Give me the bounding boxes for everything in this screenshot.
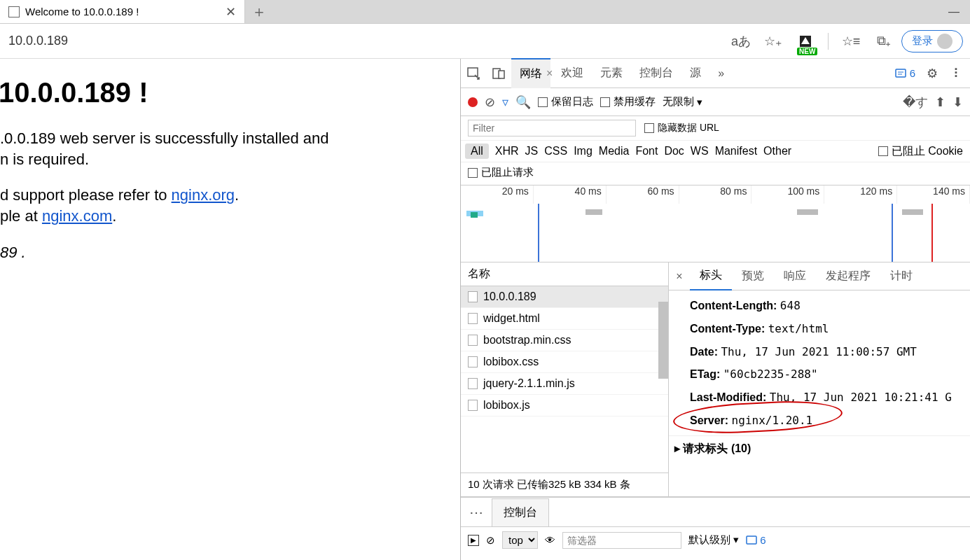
clear-console-icon[interactable]: ⊘ [486, 534, 495, 547]
filter-type-all[interactable]: All [465, 144, 489, 159]
tab-welcome[interactable]: 欢迎 [553, 59, 592, 88]
filter-type[interactable]: WS [691, 145, 709, 158]
filter-row: 隐藏数据 URL [461, 116, 970, 141]
request-row[interactable]: bootstrap.min.css [461, 330, 668, 351]
request-row[interactable]: lobibox.css [461, 351, 668, 373]
play-icon[interactable]: ▶ [468, 535, 479, 546]
nginx-org-link[interactable]: nginx.org [172, 186, 235, 204]
login-label: 登录 [912, 34, 933, 48]
window-controls: ― [938, 0, 970, 23]
avatar-icon [937, 34, 952, 49]
record-icon[interactable] [468, 97, 478, 107]
tab-network[interactable]: 网络 [511, 58, 550, 88]
clear-icon[interactable]: ⊘ [485, 94, 495, 110]
request-row[interactable]: 10.0.0.189 [461, 286, 668, 308]
favorites-list-icon[interactable]: ☆≡ [837, 29, 865, 54]
filter-type[interactable]: Doc [664, 145, 684, 158]
hide-data-url-checkbox[interactable]: 隐藏数据 URL [644, 122, 719, 134]
inspect-icon[interactable] [461, 66, 486, 80]
login-button[interactable]: 登录 [901, 30, 963, 52]
tab-sources[interactable]: 源 [681, 59, 709, 88]
blocked-request-row: 已阻止请求 [461, 162, 970, 186]
eye-icon[interactable]: 👁 [545, 534, 555, 546]
close-tab-icon[interactable]: ✕ [226, 4, 236, 20]
file-icon [468, 313, 478, 324]
file-icon [468, 356, 478, 368]
preserve-log-checkbox[interactable]: 保留日志 [538, 95, 593, 108]
filter-input[interactable] [468, 120, 636, 136]
upload-icon[interactable]: ⬆ [935, 94, 945, 110]
close-detail-icon[interactable]: × [669, 270, 690, 283]
device-icon[interactable] [486, 66, 511, 80]
filter-type[interactable]: Other [763, 145, 791, 158]
filter-type[interactable]: Manifest [715, 145, 757, 158]
request-row[interactable]: widget.html [461, 308, 668, 330]
url-input[interactable]: 10.0.0.189 [7, 34, 723, 48]
filter-type[interactable]: JS [525, 145, 539, 158]
waterfall-labels: 20 ms40 ms60 ms80 ms100 ms120 ms140 ms [461, 186, 970, 204]
favorite-icon[interactable]: ☆₊ [759, 29, 787, 54]
request-headers-toggle[interactable]: ▸ 请求标头 (10) [669, 435, 970, 461]
filter-type[interactable]: Font [635, 145, 658, 158]
response-headers: Content-Length: 648 Content-Type: text/h… [669, 290, 970, 435]
svg-rect-5 [896, 69, 906, 77]
browser-tab-strip: Welcome to 10.0.0.189 ! ✕ ＋ ― [0, 0, 970, 24]
drawer-tab-console[interactable]: 控制台 [492, 498, 549, 526]
more-tabs-icon[interactable]: » [709, 60, 733, 87]
devtools-tabs: 网络 × 欢迎 元素 控制台 源 » [511, 58, 733, 88]
download-icon[interactable]: ⬇ [952, 94, 963, 110]
detail-tabs: × 标头 预览 响应 发起程序 计时 [669, 262, 970, 290]
detail-tab-timing[interactable]: 计时 [880, 262, 922, 290]
request-list[interactable]: 10.0.0.189 widget.html bootstrap.min.css… [461, 286, 668, 472]
dock-icon[interactable]: ⠇ [945, 66, 970, 81]
collections-icon[interactable]: ⧉₊ [869, 29, 897, 54]
translate-icon[interactable]: aあ [727, 29, 755, 54]
page-paragraph: d support please refer to nginx.org. ple… [0, 185, 460, 226]
console-toolbar: ▶ ⊘ top 👁 默认级别 ▾ 6 [461, 527, 970, 553]
close-panel-icon[interactable]: × [546, 67, 553, 80]
favicon-icon [8, 6, 20, 18]
detail-tab-preview[interactable]: 预览 [732, 262, 774, 290]
minimize-button[interactable]: ― [938, 0, 970, 23]
throttle-select[interactable]: 无限制 ▾ [663, 95, 702, 108]
drawer-more-icon[interactable]: ⋯ [461, 504, 492, 521]
detail-tab-headers[interactable]: 标头 [690, 262, 732, 290]
waterfall[interactable]: 20 ms40 ms60 ms80 ms100 ms120 ms140 ms [461, 186, 970, 262]
filter-type[interactable]: Img [574, 145, 593, 158]
blocked-cookie-checkbox[interactable]: 已阻止 Cookie [878, 144, 963, 159]
svg-rect-8 [747, 536, 756, 544]
level-select[interactable]: 默认级别 ▾ [688, 533, 739, 547]
new-tab-button[interactable]: ＋ [245, 0, 273, 23]
tab-console[interactable]: 控制台 [631, 59, 681, 88]
request-row[interactable]: jquery-2.1.1.min.js [461, 373, 668, 395]
disable-cache-checkbox[interactable]: 禁用缓存 [600, 95, 656, 108]
request-list-header: 名称 [461, 262, 668, 286]
new-badge: NEW [797, 48, 817, 55]
scrollbar-thumb[interactable] [658, 302, 668, 379]
console-drawer: ⋯ 控制台 ▶ ⊘ top 👁 默认级别 ▾ 6 [461, 497, 970, 560]
console-issues-badge[interactable]: 6 [746, 534, 765, 546]
request-detail-pane: × 标头 预览 响应 发起程序 计时 Content-Length: 648 C… [669, 262, 970, 496]
request-row[interactable]: lobibox.js [461, 395, 668, 416]
filter-type[interactable]: CSS [544, 145, 567, 158]
file-icon [468, 335, 478, 346]
svg-rect-4 [499, 71, 504, 78]
nginx-com-link[interactable]: nginx.com [42, 207, 112, 225]
extension-icon[interactable]: NEW [791, 29, 819, 54]
tab-elements[interactable]: 元素 [592, 59, 631, 88]
filter-type[interactable]: Media [599, 145, 630, 158]
detail-tab-initiator[interactable]: 发起程序 [816, 262, 880, 290]
settings-icon[interactable]: ⚙ [920, 66, 945, 81]
address-bar: 10.0.0.189 aあ ☆₊ NEW ☆≡ ⧉₊ 登录 [0, 24, 970, 59]
console-filter-input[interactable] [562, 532, 681, 549]
wifi-icon[interactable]: �す [903, 94, 928, 111]
filter-type[interactable]: XHR [495, 145, 519, 158]
detail-tab-response[interactable]: 响应 [774, 262, 816, 290]
blocked-request-checkbox[interactable]: 已阻止请求 [468, 166, 534, 179]
search-icon[interactable]: 🔍 [515, 94, 531, 110]
request-list-pane: 名称 10.0.0.189 widget.html bootstrap.min.… [461, 262, 669, 496]
filter-icon[interactable]: ▿ [502, 94, 508, 110]
issues-badge[interactable]: 6 [890, 67, 920, 80]
browser-tab[interactable]: Welcome to 10.0.0.189 ! ✕ [0, 0, 245, 23]
context-select[interactable]: top [502, 531, 538, 549]
